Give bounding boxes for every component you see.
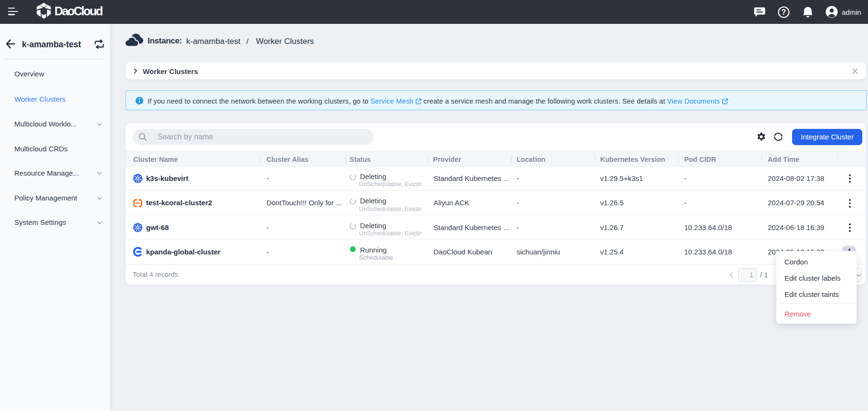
svg-text:?: ? (782, 8, 786, 16)
